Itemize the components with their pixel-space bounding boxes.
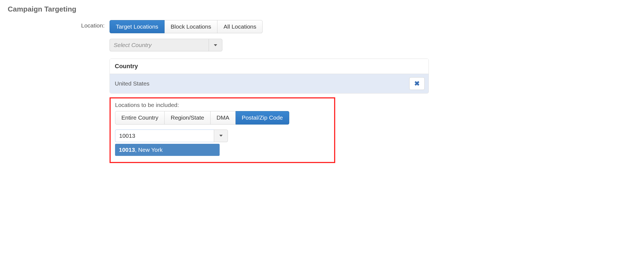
country-row-name: United States (115, 80, 149, 87)
include-granularity-tabs: Entire Country Region/State DMA Postal/Z… (115, 111, 289, 124)
tab-dma[interactable]: DMA (211, 111, 236, 124)
tab-all-locations[interactable]: All Locations (217, 20, 263, 33)
chevron-down-icon (219, 135, 223, 137)
tab-region-state[interactable]: Region/State (165, 111, 210, 124)
include-label: Locations to be included: (115, 102, 330, 108)
zip-input[interactable] (115, 130, 214, 142)
country-panel: Country United States ✖ (110, 59, 429, 93)
zip-suggestion-rest: , New York (135, 147, 162, 153)
close-icon: ✖ (414, 80, 420, 87)
zip-suggestion-match: 10013 (119, 147, 135, 153)
location-mode-tabs: Target Locations Block Locations All Loc… (110, 20, 263, 33)
chevron-down-icon (214, 44, 217, 46)
remove-country-button[interactable]: ✖ (409, 77, 425, 90)
country-select[interactable]: Select Country (110, 39, 222, 51)
tab-block-locations[interactable]: Block Locations (165, 20, 217, 33)
country-select-placeholder: Select Country (110, 39, 209, 51)
zip-suggestion-item[interactable]: 10013, New York (115, 144, 220, 156)
zip-suggestion-dropdown: 10013, New York (115, 144, 220, 156)
zip-input-toggle[interactable] (214, 130, 228, 142)
tab-entire-country[interactable]: Entire Country (115, 111, 165, 124)
location-label: Location: (8, 20, 110, 29)
country-row: United States ✖ (110, 74, 429, 93)
country-select-toggle[interactable] (209, 39, 222, 51)
section-title: Campaign Targeting (8, 5, 636, 13)
zip-combo: 10013, New York (115, 130, 228, 142)
country-panel-header: Country (110, 59, 429, 74)
tab-target-locations[interactable]: Target Locations (110, 20, 165, 33)
tab-postal-zip[interactable]: Postal/Zip Code (236, 111, 289, 124)
include-locations-box: Locations to be included: Entire Country… (110, 97, 335, 163)
